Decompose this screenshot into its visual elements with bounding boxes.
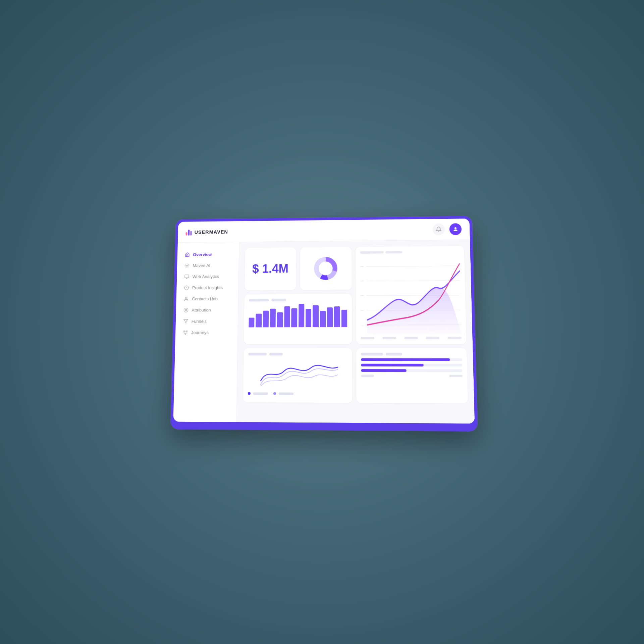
svg-point-1 (186, 265, 187, 266)
hbar-track-2 (361, 364, 462, 367)
sidebar-item-overview[interactable]: Overview (177, 249, 239, 260)
svg-point-8 (185, 309, 186, 311)
notifications-button[interactable] (432, 224, 445, 235)
bar-5 (277, 312, 283, 327)
sidebar-item-maven-ai-label: Maven AI (193, 263, 210, 268)
sidebar-item-funnels[interactable]: Funnels (176, 315, 238, 327)
hbars-label-1 (361, 353, 383, 355)
hbar-fill-2 (361, 364, 423, 366)
area-footer-3 (404, 337, 418, 339)
bar-7 (291, 308, 297, 327)
app-container: USERMAVEN (173, 218, 475, 424)
logo-bar-1 (185, 232, 187, 236)
bar-14 (341, 309, 347, 327)
app-window: USERMAVEN (171, 215, 473, 429)
revenue-card: $ 1.4M (245, 247, 296, 290)
area-label-2 (386, 251, 402, 253)
area-footer-5 (448, 337, 462, 339)
journeys-icon (182, 330, 188, 335)
svg-rect-10 (183, 331, 184, 331)
bar-chart-card (244, 294, 352, 344)
donut-card (300, 247, 352, 290)
hbars-label-2 (386, 353, 402, 355)
area-footer-1 (361, 337, 374, 339)
bar-10 (313, 305, 318, 327)
sidebar-item-funnels-label: Funnels (192, 318, 207, 324)
legend-text-1 (253, 392, 268, 395)
hbar-row-2 (361, 364, 462, 367)
hbar-track-3 (361, 369, 462, 372)
attribution-icon (183, 307, 189, 313)
sidebar-item-overview-label: Overview (193, 252, 212, 257)
main-layout: Overview Maven AI (173, 240, 475, 424)
legend-dot-1 (248, 392, 251, 395)
svg-line-24 (367, 281, 460, 281)
hbars-footer (361, 375, 462, 377)
donut-chart (312, 255, 339, 282)
svg-point-6 (185, 297, 187, 299)
user-avatar-button[interactable] (449, 223, 462, 235)
bar-label-1 (249, 299, 269, 301)
svg-marker-9 (183, 319, 187, 323)
bar-8 (299, 304, 305, 328)
ai-icon (184, 263, 190, 268)
area-footer-4 (426, 337, 440, 339)
sidebar-item-attribution[interactable]: Attribution (176, 304, 238, 315)
header: USERMAVEN (178, 218, 470, 243)
svg-point-17 (319, 262, 332, 275)
browser-icon (184, 274, 189, 279)
sidebar-item-journeys[interactable]: Journeys (175, 327, 238, 338)
sidebar-item-contacts-hub[interactable]: Contacts Hub (176, 293, 238, 304)
user-icon (452, 226, 459, 232)
revenue-value: $ 1.4M (252, 262, 288, 276)
svg-rect-12 (185, 334, 186, 334)
svg-line-23 (367, 266, 460, 266)
dashboard: $ 1.4M (237, 240, 475, 424)
area-chart-footer (361, 337, 462, 339)
hbar-row-1 (361, 358, 462, 361)
logo-bar-3 (190, 231, 192, 235)
header-actions (432, 223, 462, 235)
bar-4 (270, 309, 276, 328)
logo-icon (185, 229, 192, 236)
hbars-footer-2 (449, 375, 462, 377)
legend-text-2 (279, 392, 293, 395)
wave-chart-labels (248, 353, 347, 355)
legend-item-1 (248, 392, 268, 395)
bar-12 (327, 307, 333, 327)
bar-chart-bars (249, 304, 347, 327)
contacts-icon (183, 296, 189, 301)
bell-icon (436, 227, 442, 233)
wave-legend (248, 392, 347, 395)
bar-6 (284, 306, 290, 328)
svg-rect-11 (186, 331, 187, 331)
bar-13 (334, 306, 340, 327)
wave-label-1 (248, 353, 267, 355)
area-footer-2 (382, 337, 396, 339)
sidebar-item-web-analytics[interactable]: Web Analytics (177, 271, 238, 282)
bar-11 (320, 311, 326, 327)
bar-label-2 (271, 299, 286, 301)
sidebar-item-contacts-hub-label: Contacts Hub (192, 296, 218, 301)
hbar-fill-1 (361, 358, 450, 361)
legend-dot-2 (273, 392, 276, 395)
wave-chart-svg (248, 361, 347, 388)
sidebar-item-journeys-label: Journeys (191, 330, 209, 335)
logo: USERMAVEN (185, 228, 228, 235)
legend-item-2 (273, 392, 293, 395)
sidebar-item-attribution-label: Attribution (192, 307, 211, 312)
bar-1 (249, 317, 254, 327)
hbar-track-1 (361, 358, 462, 361)
svg-point-7 (184, 308, 188, 312)
area-chart-labels (360, 251, 460, 254)
bar-9 (306, 309, 311, 327)
svg-rect-2 (184, 275, 189, 278)
sidebar-item-maven-ai[interactable]: Maven AI (177, 260, 239, 271)
sidebar-item-product-insights[interactable]: Product Insights (176, 282, 238, 293)
sidebar-item-web-analytics-label: Web Analytics (193, 274, 219, 279)
home-icon (184, 252, 190, 257)
funnel-icon (183, 318, 188, 324)
hbar-fill-3 (361, 369, 406, 372)
area-chart-svg (360, 256, 462, 335)
bar-3 (263, 310, 269, 327)
